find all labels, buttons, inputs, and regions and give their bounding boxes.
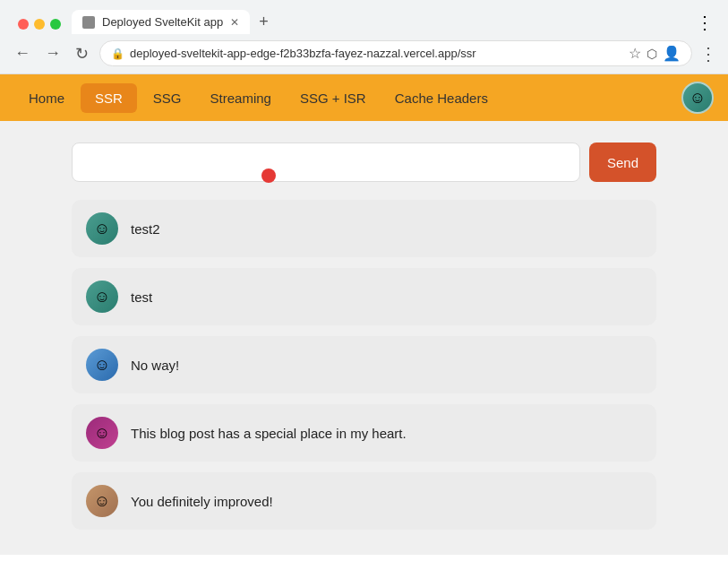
- message-avatar: ☺: [86, 485, 118, 517]
- cast-button[interactable]: ⬡: [647, 45, 657, 62]
- nav-ssg-isr[interactable]: SSG + ISR: [286, 74, 381, 121]
- browser-settings-button[interactable]: ⋮: [699, 43, 717, 65]
- tab-title: Deployed SvelteKit app: [102, 15, 223, 29]
- traffic-lights: [7, 12, 72, 33]
- message-input[interactable]: [72, 142, 580, 182]
- address-bar: ← → ↻ 🔒 deployed-sveltekit-app-edge-f2b3…: [0, 37, 728, 73]
- main-content: Send ☺ test2 ☺ test ☺ No way! ☺ This blo…: [0, 121, 728, 555]
- message-item: ☺ test: [72, 268, 656, 325]
- message-text: test2: [131, 221, 160, 237]
- nav-home[interactable]: Home: [14, 74, 79, 121]
- nav-ssg[interactable]: SSG: [139, 74, 196, 121]
- app-nav: Home SSR SSG Streaming SSG + ISR Cache H…: [0, 74, 728, 121]
- user-avatar[interactable]: ☺: [681, 82, 714, 114]
- url-actions: ☆ ⬡ 👤: [629, 45, 681, 62]
- message-avatar: ☺: [86, 417, 118, 449]
- lock-icon: 🔒: [111, 48, 124, 60]
- send-button[interactable]: Send: [589, 142, 656, 182]
- close-button[interactable]: [18, 19, 29, 30]
- nav-streaming[interactable]: Streaming: [196, 74, 286, 121]
- message-form: Send: [72, 142, 656, 182]
- message-avatar: ☺: [86, 281, 118, 313]
- back-button[interactable]: ←: [11, 42, 34, 65]
- message-text: No way!: [131, 358, 179, 373]
- message-text: You definitely improved!: [131, 494, 273, 509]
- nav-ssr[interactable]: SSR: [81, 83, 137, 113]
- message-item: ☺ No way!: [72, 336, 656, 393]
- browser-tab[interactable]: Deployed SvelteKit app ✕: [72, 10, 250, 34]
- message-item: ☺ test2: [72, 200, 656, 257]
- new-tab-button[interactable]: +: [250, 7, 278, 37]
- maximize-button[interactable]: [50, 19, 61, 30]
- tab-close-button[interactable]: ✕: [230, 16, 239, 29]
- profile-button[interactable]: 👤: [663, 45, 681, 62]
- message-text: test: [131, 289, 152, 305]
- message-item: ☺ You definitely improved!: [72, 472, 656, 530]
- refresh-button[interactable]: ↻: [72, 42, 92, 65]
- url-bar[interactable]: 🔒 deployed-sveltekit-app-edge-f2b33bzfa-…: [99, 40, 692, 66]
- bookmark-button[interactable]: ☆: [629, 45, 641, 62]
- forward-button[interactable]: →: [41, 42, 64, 65]
- browser-menu-right[interactable]: ⋮: [689, 8, 721, 37]
- url-text: deployed-sveltekit-app-edge-f2b33bzfa-fa…: [130, 47, 623, 60]
- message-item: ☺ This blog post has a special place in …: [72, 404, 656, 462]
- message-text: This blog post has a special place in my…: [131, 426, 407, 441]
- nav-cache-headers[interactable]: Cache Headers: [381, 74, 502, 121]
- minimize-button[interactable]: [34, 19, 45, 30]
- message-avatar: ☺: [86, 212, 118, 245]
- browser-chrome: Deployed SvelteKit app ✕ + ⋮ ← → ↻ 🔒 dep…: [0, 0, 728, 74]
- tab-favicon: [82, 16, 95, 29]
- messages-list: ☺ test2 ☺ test ☺ No way! ☺ This blog pos…: [72, 200, 656, 530]
- message-avatar: ☺: [86, 349, 118, 381]
